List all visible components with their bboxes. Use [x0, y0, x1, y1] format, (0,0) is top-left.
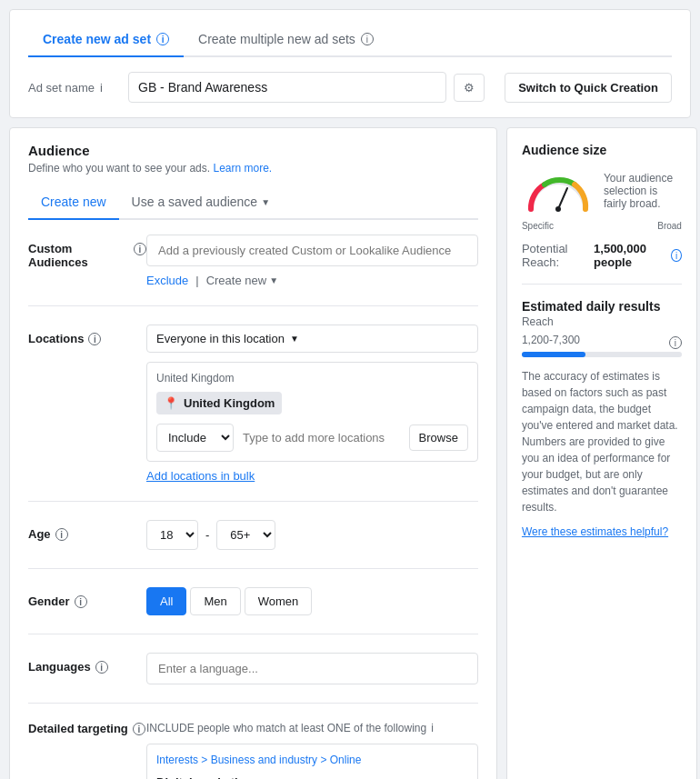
location-text-input[interactable]: [239, 425, 404, 450]
location-header: United Kingdom: [156, 372, 468, 385]
include-desc-info-icon[interactable]: i: [431, 722, 434, 734]
detailed-targeting-label: Detailed targeting: [28, 722, 128, 735]
location-type-dropdown[interactable]: Everyone in this location ▼: [146, 325, 478, 353]
create-new-chevron: ▼: [269, 275, 278, 285]
age-min-select[interactable]: 18: [146, 520, 198, 550]
helpful-link[interactable]: Were these estimates helpful?: [522, 525, 668, 538]
switch-quick-creation-button[interactable]: Switch to Quick Creation: [505, 73, 672, 103]
estimate-note: The accuracy of estimates is based on fa…: [522, 368, 682, 515]
broad-label: Broad: [657, 221, 682, 231]
gear-button[interactable]: ⚙: [454, 74, 485, 102]
create-new-link[interactable]: Create new ▼: [206, 274, 278, 287]
tab-create-multiple-adsets[interactable]: Create multiple new ad sets i: [184, 25, 388, 57]
targeting-breadcrumb: Interests > Business and industry > Onli…: [156, 754, 468, 766]
svg-point-1: [555, 206, 561, 212]
custom-audiences-info-icon[interactable]: i: [134, 243, 146, 255]
location-type-label: Everyone in this location: [156, 332, 285, 345]
potential-reach-info-icon[interactable]: i: [671, 249, 681, 262]
exclude-link[interactable]: Exclude: [146, 274, 188, 287]
reach-range: 1,200-7,300: [522, 334, 580, 346]
languages-input[interactable]: [146, 653, 478, 684]
gender-men-button[interactable]: Men: [190, 587, 240, 615]
learn-more-link[interactable]: Learn more.: [213, 162, 272, 175]
adset-name-label: Ad set name: [28, 81, 95, 95]
locations-info-icon[interactable]: i: [88, 333, 101, 345]
saved-audience-chevron: ▼: [261, 197, 270, 207]
reach-bar-fill: [522, 352, 585, 357]
estimated-results-subtitle: Reach: [522, 315, 682, 328]
gender-buttons: All Men Women: [146, 587, 478, 615]
gender-all-button[interactable]: All: [146, 587, 186, 615]
detailed-targeting-info-icon[interactable]: i: [133, 723, 145, 735]
custom-audiences-label: Custom Audiences: [28, 242, 129, 269]
estimated-results-title: Estimated daily results: [522, 299, 682, 314]
tab-create-multiple-adsets-label: Create multiple new ad sets: [198, 32, 355, 46]
age-separator: -: [205, 528, 209, 542]
languages-label: Languages: [28, 660, 91, 674]
tab-create-new-adset-label: Create new ad set: [43, 32, 151, 46]
reach-range-info-icon[interactable]: i: [669, 336, 682, 349]
add-bulk-link[interactable]: Add locations in bulk: [146, 469, 478, 483]
tab-create-new-adset[interactable]: Create new ad set i: [28, 25, 184, 57]
gender-women-button[interactable]: Women: [245, 587, 313, 615]
include-select[interactable]: Include Exclude: [156, 424, 234, 452]
audience-title: Audience: [28, 143, 478, 158]
gauge-labels: Specific Broad: [522, 221, 682, 231]
location-tag: 📍 United Kingdom: [156, 392, 282, 414]
gauge-desc: Your audience selection is fairly broad.: [604, 172, 682, 210]
include-desc: INCLUDE people who match at least ONE of…: [146, 722, 426, 734]
location-box: United Kingdom 📍 United Kingdom Include …: [146, 362, 478, 462]
gender-info-icon[interactable]: i: [75, 595, 87, 608]
potential-reach: Potential Reach: 1,500,000 people i: [522, 242, 682, 269]
tab1-info-icon[interactable]: i: [156, 33, 169, 45]
custom-audiences-input[interactable]: [146, 235, 478, 266]
specific-label: Specific: [522, 221, 554, 231]
location-dropdown-chevron: ▼: [290, 334, 299, 344]
adset-name-input[interactable]: [128, 72, 446, 103]
location-pin-icon: 📍: [164, 396, 178, 410]
svg-line-0: [558, 188, 567, 209]
age-max-select[interactable]: 65+: [216, 520, 275, 550]
reach-bar: [522, 352, 682, 357]
location-browse-button[interactable]: Browse: [409, 424, 468, 451]
locations-label: Locations: [28, 332, 84, 345]
audience-subtitle: Define who you want to see your ads. Lea…: [28, 162, 478, 175]
audience-gauge: [522, 168, 595, 214]
adset-name-info-icon[interactable]: i: [100, 81, 103, 95]
detailed-targeting-box: Interests > Business and industry > Onli…: [146, 744, 478, 779]
targeting-item: Digital marketing: [156, 772, 468, 779]
gender-label: Gender: [28, 594, 70, 608]
sub-tab-create-new[interactable]: Create new: [28, 187, 119, 220]
audience-size-title: Audience size: [522, 143, 682, 157]
sub-tab-saved-audience[interactable]: Use a saved audience ▼: [119, 187, 283, 220]
age-label: Age: [28, 527, 51, 541]
tab2-info-icon[interactable]: i: [361, 33, 374, 45]
languages-info-icon[interactable]: i: [95, 661, 108, 674]
age-info-icon[interactable]: i: [55, 528, 68, 541]
